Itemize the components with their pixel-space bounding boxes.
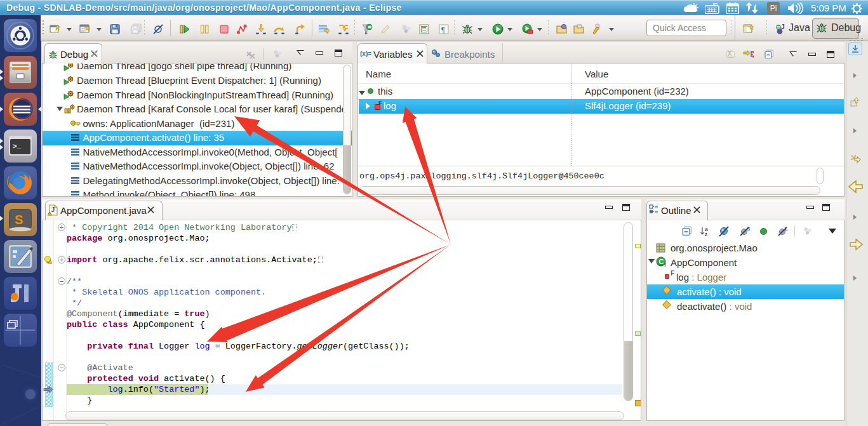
- svg-text:J: J: [51, 206, 55, 213]
- svg-text:z: z: [705, 231, 707, 237]
- svg-text:S: S: [15, 213, 23, 227]
- svg-text:?: ?: [664, 262, 666, 267]
- svg-text:J: J: [781, 23, 785, 30]
- svg-text:>_: >_: [13, 143, 22, 150]
- svg-text:¶: ¶: [441, 25, 445, 34]
